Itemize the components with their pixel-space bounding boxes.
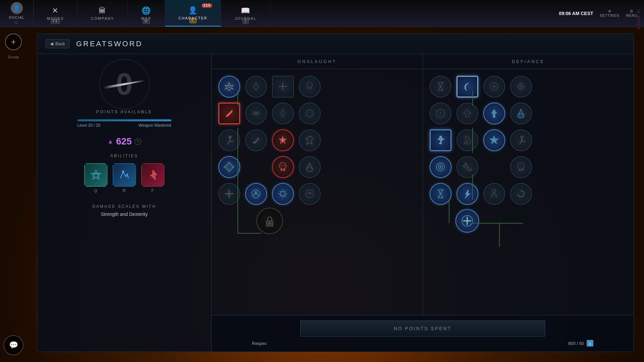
nav-journal[interactable]: 📖 JOURNAL J [221,0,270,26]
svg-line-18 [258,114,260,116]
defiance-skill-target2[interactable] [430,156,451,178]
svg-point-29 [232,166,234,168]
defiance-skill-refresh[interactable] [510,183,532,205]
svg-point-26 [228,162,230,164]
defiance-skill-moon[interactable] [457,76,478,98]
onslaught-skill-blade[interactable] [245,129,267,151]
onslaught-skill-run[interactable] [218,129,240,151]
onslaught-section [212,69,423,315]
onslaught-skill-hand[interactable] [299,76,321,98]
defiance-skill-boot[interactable] [457,129,478,151]
onslaught-skill-poison[interactable] [245,183,267,205]
svg-line-44 [280,191,281,192]
mastery-help-button[interactable]: ? [135,138,141,145]
onslaught-skill-heal[interactable] [272,129,294,151]
settings-button[interactable]: ⚙ SETTINGS [600,9,620,17]
ability-f-icon[interactable] [141,163,165,187]
onslaught-lock-container [244,208,296,233]
defiance-skill-shield-cross[interactable] [483,76,505,98]
onslaught-skill-hexagon[interactable] [299,103,321,124]
onslaught-node-2-4 [297,101,322,126]
defiance-skill-flame2[interactable] [510,103,532,124]
nav-map[interactable]: 🌐 MAP M [128,0,165,26]
nav-modes[interactable]: ✕ MODES F4 [34,0,77,26]
group-button[interactable]: + [5,34,22,50]
svg-point-33 [280,165,282,167]
onslaught-skill-gear[interactable] [218,156,240,178]
defiance-node-2-4 [508,101,534,126]
onslaught-skill-flame[interactable] [299,156,321,178]
svg-point-73 [492,189,496,193]
defiance-section: 1 [423,69,634,315]
defiance-skill-hourglass2[interactable] [430,183,451,205]
defiance-node-6-3 [482,208,507,233]
onslaught-skill-insect[interactable] [218,76,240,98]
back-button[interactable]: ◀ Back [46,39,69,48]
svg-point-69 [440,166,441,168]
ability-slot-q: Q [84,163,108,193]
svg-line-47 [285,196,286,197]
defiance-skill-target[interactable] [510,76,532,98]
onslaught-skill-sun[interactable] [272,183,294,205]
defiance-skill-star[interactable] [483,129,505,151]
defiance-skill-home[interactable] [457,103,478,124]
nav-company[interactable]: 🏛 COMPANY [77,0,128,26]
defiance-skill-medical2[interactable] [455,209,479,233]
defiance-skill-person[interactable] [483,183,505,205]
onslaught-node-3-4 [297,128,322,153]
onslaught-skill-shadow[interactable] [299,183,321,205]
defiance-label: DEFIANCE [512,59,545,64]
svg-rect-72 [522,169,523,171]
defiance-skill-fighter[interactable] [430,129,451,151]
main-panel: ◀ Back GREATSWORD 0 POINTS AVAILABLE Lev… [37,34,634,352]
onslaught-node-3-2 [244,128,269,153]
svg-marker-65 [464,109,471,117]
defiance-skill-arrow[interactable] [483,103,505,124]
character-icon: 👤 [188,6,198,15]
defiance-skill-shield-1[interactable]: 1 [430,103,451,124]
defiance-skill-hourglass[interactable] [430,76,451,98]
points-available-label: POINTS AVAILABLE [96,109,152,114]
svg-point-7 [228,85,230,88]
social-avatar: 👤 [11,2,23,14]
defiance-skill-wrench[interactable] [457,156,478,178]
onslaught-node-empty-2 [218,210,240,232]
onslaught-skill-medical[interactable] [218,183,240,205]
menu-button[interactable]: ☰ MENU [626,9,637,17]
svg-marker-8 [253,82,259,90]
onslaught-skill-skull[interactable] [272,156,294,178]
map-key: M [143,19,150,24]
onslaught-node-4-1 [217,155,242,180]
defiance-node-4-4 [508,155,534,180]
defiance-node-1-2 [455,74,480,99]
ability-q-icon[interactable] [84,163,108,187]
abilities-title: ABILITIES [44,154,205,158]
defiance-skill-run2[interactable] [510,129,532,151]
info-panel: 0 POINTS AVAILABLE Level 20 / 20 Weapon … [37,54,212,352]
onslaught-node-5-4 [297,181,322,206]
chat-button[interactable]: 💬 [3,335,23,355]
onslaught-skill-slash[interactable] [218,103,240,124]
defiance-skill-lightning[interactable] [457,183,478,205]
ability-r-icon[interactable] [113,163,136,187]
defiance-skill-skull2[interactable] [510,156,532,178]
social-key: O [15,21,18,24]
svg-point-12 [254,112,258,115]
no-points-button[interactable]: NO POINTS SPENT [300,320,545,337]
lock-node[interactable] [256,207,283,234]
social-button[interactable]: 👤 SOCIAL O [0,0,34,26]
onslaught-skill-axe[interactable] [299,129,321,151]
svg-point-50 [269,223,271,225]
onslaught-skill-cross[interactable] [272,76,294,98]
damage-scales-section: DAMAGE SCALES WITH Strength and Dexterit… [92,204,156,217]
svg-rect-32 [283,169,285,171]
abilities-section: ABILITIES Q [44,154,205,196]
ability-slot-f: F [141,163,165,193]
onslaught-skill-claw[interactable] [272,103,294,124]
onslaught-skill-diamond[interactable] [245,76,267,98]
onslaught-skill-spider[interactable] [245,103,267,124]
onslaught-node-1-4 [297,74,322,99]
svg-point-11 [307,82,312,87]
defiance-node-5-2 [455,181,480,206]
nav-character[interactable]: 👤 CHARACTER 339 K [165,0,221,26]
